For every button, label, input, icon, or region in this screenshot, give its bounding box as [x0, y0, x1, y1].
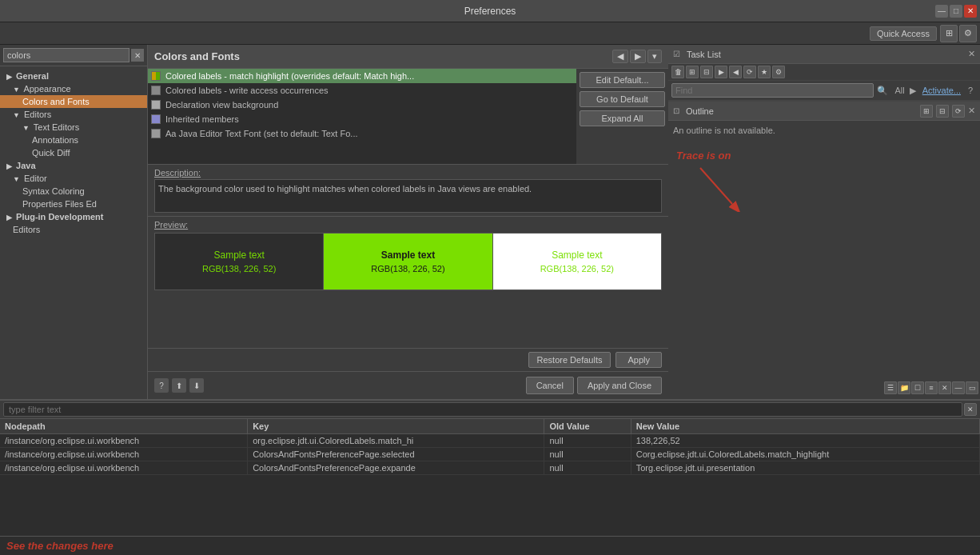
outline-icon: ⊡ [673, 106, 679, 115]
table-row: /instance/org.eclipse.ui.workbench org.e… [0, 434, 980, 448]
outline-icon-btn3[interactable]: ⟳ [952, 105, 965, 118]
task-icon-2[interactable]: ⊞ [686, 66, 699, 78]
swatch-2 [151, 100, 161, 110]
apply-button[interactable]: Apply [615, 352, 662, 368]
task-icon-5[interactable]: ◀ [729, 66, 742, 78]
sidebar-item-text-editors[interactable]: ▼ Text Editors [0, 121, 147, 134]
cell-nodepath-2: /instance/org.eclipse.ui.workbench [0, 461, 248, 475]
task-list-search-row: 🔍 All ▶ Activate... ? [668, 81, 980, 101]
go-to-default-button[interactable]: Go to Default [580, 91, 665, 107]
title-bar-controls: — □ ✕ [935, 5, 977, 18]
nav-menu-button[interactable]: ▾ [647, 50, 662, 63]
maximize-button[interactable]: □ [950, 5, 962, 18]
toolbar-icon-2[interactable]: ⚙ [959, 25, 977, 42]
right-panel: ☑ Task List ✕ 🗑 ⊞ ⊟ ▶ ◀ ⟳ ★ ⚙ 🔍 All ▶ [668, 45, 980, 399]
nav-back-button[interactable]: ◀ [612, 50, 628, 63]
outline-bottom-1[interactable]: ☰ [884, 381, 897, 394]
sidebar-item-quick-diff[interactable]: Quick Diff [0, 146, 147, 159]
bottom-clear-btn[interactable]: ✕ [964, 403, 977, 416]
list-item-0[interactable]: Colored labels - match highlight (overri… [148, 69, 576, 83]
sidebar-item-editor[interactable]: ▼ Editor [0, 172, 147, 185]
task-icon-7[interactable]: ★ [758, 66, 771, 78]
sidebar-item-general[interactable]: ▶ General [0, 70, 147, 82]
activate-link[interactable]: Activate... [922, 86, 961, 95]
list-item-1[interactable]: Colored labels - write access occurrence… [148, 83, 576, 98]
minimize-button[interactable]: — [935, 5, 948, 18]
description-text: The background color used to highlight m… [154, 179, 662, 213]
edit-default-button[interactable]: Edit Default... [580, 72, 665, 88]
import-icon[interactable]: ⬆ [172, 378, 186, 393]
cell-new-1: Corg.eclipse.jdt.ui.ColoredLabels.match_… [631, 448, 979, 461]
table-row: /instance/org.eclipse.ui.workbench Color… [0, 461, 980, 475]
outline-close[interactable]: ✕ [968, 106, 975, 116]
sidebar-item-java[interactable]: ▶ Java [0, 159, 147, 172]
sidebar-item-editors[interactable]: ▼ Editors [0, 108, 147, 121]
expand-arrow-appearance: ▼ [13, 86, 20, 94]
list-item-4[interactable]: Aa Java Editor Text Font (set to default… [148, 126, 576, 141]
outline-bottom-5[interactable]: ✕ [938, 381, 951, 394]
outline-bottom-6[interactable]: — [952, 381, 965, 394]
outline-bottom-2[interactable]: 📁 [898, 381, 910, 394]
task-list-header: ☑ Task List ✕ [668, 45, 980, 64]
bottom-search-input[interactable] [3, 402, 962, 417]
list-label-3: Inherited members [165, 114, 239, 124]
list-item-3[interactable]: Inherited members [148, 112, 576, 126]
outline-bottom-3[interactable]: ☐ [911, 381, 924, 394]
task-list-panel: ☑ Task List ✕ 🗑 ⊞ ⊟ ▶ ◀ ⟳ ★ ⚙ 🔍 All ▶ [668, 45, 980, 102]
outline-header: ⊡ Outline ⊞ ⊟ ⟳ ✕ [668, 102, 980, 121]
task-delete-btn[interactable]: 🗑 [671, 66, 684, 78]
sidebar-item-syntax-coloring[interactable]: Syntax Coloring [0, 185, 147, 198]
swatch-4 [151, 129, 161, 138]
preview-section: Preview: Sample text RGB(138, 226, 52) S… [148, 217, 668, 348]
outline-icon-btn1[interactable]: ⊞ [920, 105, 933, 118]
outline-not-available: An outline is not available. [673, 126, 775, 135]
trace-annotation: Trace is on [676, 150, 731, 162]
cell-key-0: org.eclipse.jdt.ui.ColoredLabels.match_h… [248, 434, 544, 448]
sidebar-search-input[interactable] [3, 48, 129, 62]
list-item-2[interactable]: Declaration view background [148, 98, 576, 112]
task-icon-4[interactable]: ▶ [715, 66, 727, 78]
task-icon-3[interactable]: ⊟ [700, 66, 713, 78]
restore-defaults-button[interactable]: Restore Defaults [528, 352, 612, 368]
export-icon[interactable]: ⬇ [189, 378, 204, 393]
preview-sample-white: Sample text [552, 250, 602, 261]
table-row: /instance/org.eclipse.ui.workbench Color… [0, 448, 980, 461]
task-search-input[interactable] [671, 83, 874, 98]
table-body: /instance/org.eclipse.ui.workbench org.e… [0, 434, 980, 475]
col-old-value: Old Value [544, 419, 631, 434]
apply-close-button[interactable]: Apply and Close [577, 377, 662, 394]
help-icon[interactable]: ? [154, 378, 169, 393]
expand-arrow-java: ▶ [6, 162, 12, 170]
sidebar-item-appearance[interactable]: ▼ Appearance [0, 82, 147, 95]
all-label: All [894, 86, 904, 95]
task-list-close[interactable]: ✕ [968, 49, 975, 59]
task-help-btn[interactable]: ? [964, 84, 977, 97]
quick-access-button[interactable]: Quick Access [870, 26, 937, 41]
trace-arrow [684, 164, 748, 214]
task-icon-8[interactable]: ⚙ [772, 66, 785, 78]
outline-bottom-4[interactable]: ≡ [925, 381, 938, 394]
footer-icons: ? ⬆ ⬇ [154, 378, 204, 393]
preview-cell-dark: Sample text RGB(138, 226, 52) [155, 234, 324, 289]
sidebar-search-clear[interactable]: ✕ [131, 49, 144, 62]
sidebar-item-annotations[interactable]: Annotations [0, 134, 147, 146]
outline-icon-btn2[interactable]: ⊟ [936, 105, 949, 118]
sidebar-item-editors2[interactable]: Editors [0, 223, 147, 236]
sidebar-item-colors-fonts[interactable]: Colors and Fonts [0, 95, 147, 108]
expand-arrow-editors: ▼ [13, 111, 20, 119]
close-button[interactable]: ✕ [964, 5, 977, 18]
list-label-2: Declaration view background [165, 100, 278, 110]
nav-forward-button[interactable]: ▶ [630, 50, 646, 63]
sidebar-item-properties-files[interactable]: Properties Files Ed [0, 198, 147, 210]
cancel-button[interactable]: Cancel [526, 377, 574, 394]
trace-label: Trace is on [676, 150, 731, 162]
task-icon-6[interactable]: ⟳ [743, 66, 756, 78]
toolbar-icon-1[interactable]: ⊞ [940, 25, 958, 42]
expand-all-button[interactable]: Expand All [580, 110, 665, 126]
cell-key-1: ColorsAndFontsPreferencePage.selected [248, 448, 544, 461]
cell-nodepath-1: /instance/org.eclipse.ui.workbench [0, 448, 248, 461]
cell-old-0: null [544, 434, 631, 448]
dialog-footer: ? ⬆ ⬇ Cancel Apply and Close [148, 371, 668, 399]
outline-bottom-7[interactable]: ▭ [966, 381, 978, 394]
sidebar-item-plugin-dev[interactable]: ▶ Plug-in Development [0, 210, 147, 223]
